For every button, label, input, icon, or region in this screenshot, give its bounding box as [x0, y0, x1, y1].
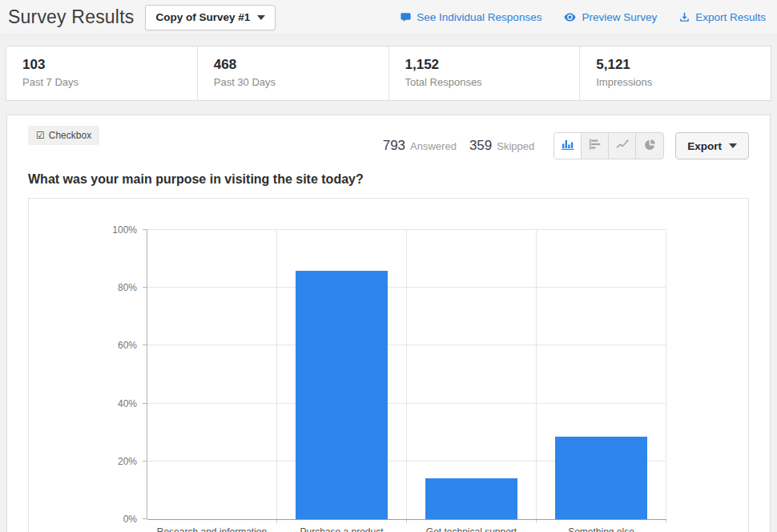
bar — [425, 478, 518, 519]
skipped-count: 359 — [469, 138, 492, 154]
stat-total-responses: 1,152 Total Responses — [389, 46, 581, 100]
x-axis-line — [147, 519, 666, 520]
question-type-label: Checkbox — [49, 130, 91, 141]
stat-value: 103 — [22, 57, 181, 73]
stat-value: 5,121 — [596, 57, 755, 73]
survey-selector-dropdown[interactable]: Copy of Survey #1 — [145, 5, 276, 30]
chevron-down-icon — [257, 15, 265, 20]
chart-column: Purchase a product — [277, 230, 407, 519]
comment-icon — [401, 12, 411, 22]
stat-label: Past 30 Days — [214, 76, 372, 88]
y-tick-label: 20% — [118, 456, 137, 467]
pie-chart-icon — [644, 139, 656, 154]
column-chart-button[interactable] — [554, 133, 582, 159]
chart-column: Something else — [537, 230, 666, 519]
bar — [296, 271, 388, 519]
chart-column: Research and information — [147, 230, 277, 519]
y-tick-label: 0% — [123, 514, 137, 525]
question-type-badge: ☑ Checkbox — [28, 126, 99, 145]
stat-past-30-days: 468 Past 30 Days — [198, 46, 389, 100]
stat-label: Impressions — [596, 76, 755, 88]
export-button-label: Export — [687, 140, 722, 152]
chart-column: Get technical support — [407, 230, 537, 519]
stat-label: Past 7 Days — [22, 76, 181, 88]
stat-past-7-days: 103 Past 7 Days — [6, 46, 198, 100]
y-tick-label: 60% — [118, 340, 137, 351]
pie-chart-button[interactable] — [636, 133, 663, 159]
link-see-individual-responses[interactable]: See Individual Responses — [401, 11, 541, 23]
export-button[interactable]: Export — [675, 132, 749, 159]
card-header-controls: 793 Answered 359 Skipped — [383, 132, 749, 159]
horizontal-bar-chart-icon — [589, 139, 602, 153]
y-tick-label: 40% — [118, 398, 137, 409]
card-header: ☑ Checkbox 793 Answered 359 Skipped — [28, 126, 749, 159]
checked-checkbox-icon: ☑ — [36, 130, 45, 141]
top-bar: Survey Results Copy of Survey #1 See Ind… — [0, 0, 777, 35]
eye-icon — [564, 13, 576, 22]
answered-label: Answered — [410, 140, 457, 152]
survey-selector-label: Copy of Survey #1 — [155, 11, 250, 23]
y-tick-label: 80% — [118, 282, 137, 293]
stat-value: 468 — [214, 57, 372, 73]
column-chart-icon — [562, 139, 574, 153]
chevron-down-icon — [729, 143, 737, 148]
link-preview-survey[interactable]: Preview Survey — [564, 11, 657, 23]
line-chart-button[interactable] — [609, 133, 636, 159]
page-title: Survey Results — [8, 6, 134, 28]
link-export-results[interactable]: Export Results — [679, 11, 766, 23]
skipped-label: Skipped — [497, 140, 534, 152]
link-label: See Individual Responses — [417, 11, 541, 23]
stat-label: Total Responses — [405, 76, 564, 88]
results-chart: 0%20%40%60%80%100%Research and informati… — [28, 198, 749, 532]
top-links: See Individual Responses Preview Survey … — [401, 11, 769, 23]
chart-type-switcher — [554, 132, 664, 159]
question-title: What was your main purpose in visiting t… — [28, 172, 749, 187]
line-chart-icon — [616, 139, 629, 153]
plot-area: 0%20%40%60%80%100%Research and informati… — [147, 230, 666, 519]
stat-impressions: 5,121 Impressions — [580, 46, 771, 100]
stats-strip: 103 Past 7 Days 468 Past 30 Days 1,152 T… — [6, 46, 771, 101]
link-label: Export Results — [695, 11, 766, 23]
x-category-label: Something else — [521, 526, 682, 532]
download-icon — [679, 12, 690, 22]
bar — [555, 437, 648, 519]
horizontal-bar-chart-button[interactable] — [582, 133, 609, 159]
stat-value: 1,152 — [405, 57, 564, 73]
question-card: ☑ Checkbox 793 Answered 359 Skipped — [6, 115, 771, 532]
link-label: Preview Survey — [582, 11, 657, 23]
chart-columns: Research and informationPurchase a produ… — [147, 230, 666, 519]
y-tick-label: 100% — [112, 224, 137, 236]
answered-count: 793 — [383, 138, 405, 154]
